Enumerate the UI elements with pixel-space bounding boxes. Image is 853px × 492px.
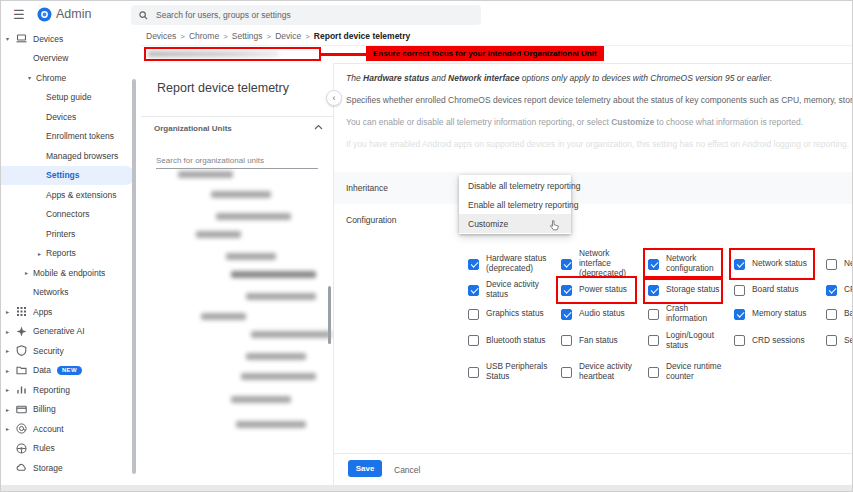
sidebar-item-apps-extensions[interactable]: Apps & extensions: [1, 185, 135, 205]
menu-item-enable-all[interactable]: Enable all telemetry reporting: [459, 195, 571, 214]
sidebar-item-generative-ai[interactable]: ▸ Generative AI: [1, 322, 135, 342]
global-search-bar[interactable]: [131, 5, 481, 25]
sidebar-item-setup-guide[interactable]: Setup guide: [1, 88, 135, 108]
checkbox-bluetooth-status[interactable]: Bluetooth status: [461, 326, 554, 355]
checkbox-icon[interactable]: [648, 285, 659, 296]
sidebar-item-chrome-devices[interactable]: Devices: [1, 107, 135, 127]
checkbox-crd-sessions[interactable]: CRD sessions: [727, 326, 819, 355]
checkbox-power-status[interactable]: Power status: [554, 278, 641, 302]
checkbox-network-truncated[interactable]: Netw: [819, 250, 853, 278]
checkbox-icon[interactable]: [734, 335, 745, 346]
checkbox-icon[interactable]: [826, 335, 837, 346]
checkbox-memory-status[interactable]: Memory status: [727, 302, 819, 326]
sidebar-item-devices[interactable]: ▾ Devices: [1, 29, 135, 49]
chevron-up-icon[interactable]: [314, 124, 323, 130]
google-admin-logo-icon: [37, 7, 52, 22]
save-button[interactable]: Save: [348, 460, 382, 477]
checkbox-icon[interactable]: [734, 259, 745, 270]
sidebar-item-settings[interactable]: Settings: [1, 166, 135, 186]
breadcrumb-chrome[interactable]: Chrome: [189, 31, 219, 41]
checkbox-icon[interactable]: [734, 309, 745, 320]
checkbox-icon[interactable]: [561, 285, 572, 296]
checkbox-storage-status[interactable]: Storage status: [641, 278, 727, 302]
sidebar-item-label: Generative AI: [33, 326, 85, 336]
checkbox-usb-peripherals-status[interactable]: USB Peripherals Status: [461, 355, 554, 389]
sidebar-item-reporting[interactable]: ▸ Reporting: [1, 380, 135, 400]
sidebar-scrollbar[interactable]: [132, 79, 136, 474]
global-search-input[interactable]: [156, 10, 436, 20]
checkbox-icon[interactable]: [734, 285, 745, 296]
sidebar-item-managed-browsers[interactable]: Managed browsers: [1, 146, 135, 166]
checkbox-network-interface[interactable]: Network interface (deprecated): [554, 250, 641, 278]
checkbox-cpu-truncated[interactable]: CPU: [819, 278, 853, 302]
checkbox-hardware-status[interactable]: Hardware status (deprecated): [461, 250, 554, 278]
checkbox-graphics-status[interactable]: Graphics status: [461, 302, 554, 326]
checkbox-login-logout-status[interactable]: Login/Logout status: [641, 326, 727, 355]
checkbox-icon[interactable]: [648, 309, 659, 320]
sidebar-item-label: Managed browsers: [46, 151, 118, 161]
sidebar-item-apps[interactable]: ▸ Apps: [1, 302, 135, 322]
chevron-right-icon: ▸: [6, 386, 14, 393]
breadcrumb-separator: >: [267, 32, 272, 41]
sidebar-item-enrollment-tokens[interactable]: Enrollment tokens: [1, 127, 135, 147]
checkbox-device-activity-heartbeat[interactable]: Device activity heartbeat: [554, 355, 641, 389]
hamburger-menu-icon[interactable]: ☰: [13, 8, 25, 21]
breadcrumb-settings[interactable]: Settings: [232, 31, 263, 41]
sidebar-item-overview[interactable]: Overview: [1, 49, 135, 69]
sidebar-item-storage[interactable]: Storage: [1, 458, 135, 478]
checkbox-icon[interactable]: [648, 367, 659, 378]
sidebar-item-mobile-endpoints[interactable]: ▸ Mobile & endpoints: [1, 263, 135, 283]
sidebar-item-data[interactable]: ▸ Data NEW: [1, 361, 135, 381]
sidebar-item-account[interactable]: ▸ Account: [1, 419, 135, 439]
sidebar-item-chrome[interactable]: ▾ Chrome: [1, 68, 135, 88]
checkbox-icon[interactable]: [561, 259, 572, 270]
org-unit-search-input[interactable]: [156, 156, 318, 169]
checkbox-icon[interactable]: [468, 367, 479, 378]
checkbox-network-configuration[interactable]: Network configuration: [641, 250, 727, 278]
breadcrumb-device[interactable]: Device: [275, 31, 301, 41]
menu-item-customize[interactable]: Customize: [459, 214, 571, 233]
checkbox-fan-status[interactable]: Fan status: [554, 326, 641, 355]
blurred-org-unit: [231, 271, 316, 278]
checkbox-icon[interactable]: [468, 285, 479, 296]
blurred-org-unit: [178, 171, 233, 178]
checkbox-icon[interactable]: [826, 285, 837, 296]
checkbox-board-status[interactable]: Board status: [727, 278, 819, 302]
checkbox-back-truncated[interactable]: Back: [819, 302, 853, 326]
checkbox-audio-status[interactable]: Audio status: [554, 302, 641, 326]
checkbox-device-activity-status[interactable]: Device activity status: [461, 278, 554, 302]
checkbox-device-runtime-counter[interactable]: Device runtime counter: [641, 355, 727, 389]
sidebar-item-label: Reports: [46, 248, 76, 258]
org-panel-scrollbar[interactable]: [328, 286, 331, 344]
menu-item-disable-all[interactable]: Disable all telemetry reporting: [459, 176, 571, 195]
sidebar-item-connectors[interactable]: Connectors: [1, 205, 135, 225]
sidebar-item-networks[interactable]: Networks: [1, 283, 135, 303]
devices-icon: [16, 33, 27, 44]
description-line-3: You can enable or disable all telemetry …: [346, 117, 803, 127]
checkbox-network-status[interactable]: Network status: [727, 250, 819, 278]
checkbox-crash-information[interactable]: Crash information: [641, 302, 727, 326]
checkbox-icon[interactable]: [468, 309, 479, 320]
sidebar-item-security[interactable]: ▸ Security: [1, 341, 135, 361]
checkbox-icon[interactable]: [561, 367, 572, 378]
sidebar-item-reports[interactable]: ▸ Reports: [1, 244, 135, 264]
checkbox-icon[interactable]: [561, 335, 572, 346]
breadcrumb-devices[interactable]: Devices: [146, 31, 176, 41]
cancel-button[interactable]: Cancel: [394, 465, 420, 475]
description-line-4: If you have enabled Android apps on supp…: [346, 139, 849, 149]
sidebar-item-rules[interactable]: Rules: [1, 439, 135, 459]
checkbox-icon[interactable]: [648, 259, 659, 270]
checkbox-icon[interactable]: [468, 259, 479, 270]
setting-detail-panel: The Hardware status and Network interfac…: [334, 63, 852, 485]
checkbox-icon[interactable]: [468, 335, 479, 346]
sidebar-item-printers[interactable]: Printers: [1, 224, 135, 244]
checkbox-icon[interactable]: [826, 309, 837, 320]
sidebar-item-billing[interactable]: ▸ Billing: [1, 400, 135, 420]
checkbox-icon[interactable]: [826, 259, 837, 270]
blurred-org-unit: [236, 421, 306, 428]
collapse-panel-button[interactable]: ‹: [326, 90, 342, 106]
checkbox-icon[interactable]: [648, 335, 659, 346]
checkbox-secu-truncated[interactable]: Secu: [819, 326, 853, 355]
org-unit-search[interactable]: [156, 149, 318, 169]
checkbox-icon[interactable]: [561, 309, 572, 320]
